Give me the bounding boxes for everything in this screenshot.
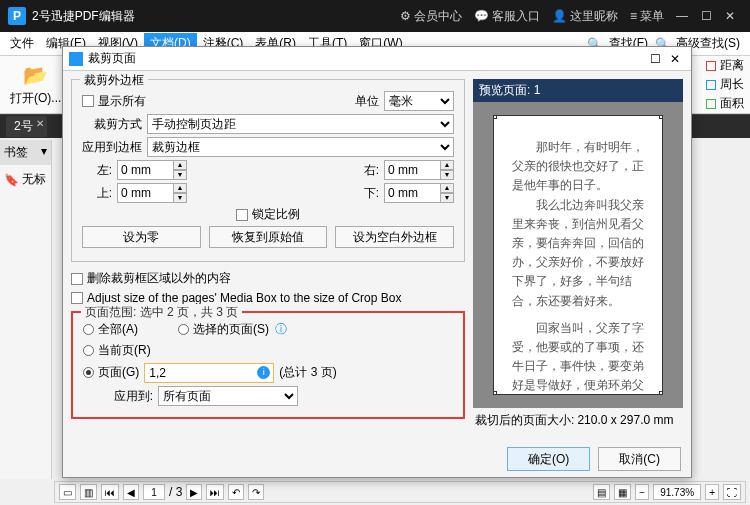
chevron-down-icon[interactable]: ▾ xyxy=(41,144,47,161)
member-center-link[interactable]: ⚙会员中心 xyxy=(400,8,462,25)
zoom-out-button[interactable]: − xyxy=(635,484,649,500)
preview-header: 预览页面: 1 xyxy=(473,79,683,102)
group-legend: 裁剪外边框 xyxy=(80,72,148,89)
tool-button[interactable]: ▭ xyxy=(59,484,76,500)
zoom-in-button[interactable]: + xyxy=(705,484,719,500)
dialog-maximize-button[interactable]: ☐ xyxy=(645,52,665,66)
bookmark-icon: 🔖 xyxy=(4,173,19,187)
current-page-input[interactable] xyxy=(143,484,165,500)
left-spinner[interactable]: ▲▼ xyxy=(117,160,187,180)
dialog-titlebar: 裁剪页面 ☐ ✕ xyxy=(63,47,691,71)
info-icon[interactable]: i xyxy=(257,366,270,379)
layout-button[interactable]: ▤ xyxy=(593,484,610,500)
layout-button[interactable]: ▦ xyxy=(614,484,631,500)
measure-tools: 距离 周长 面积 xyxy=(706,57,744,112)
menu-file[interactable]: 文件 xyxy=(4,33,40,54)
page-total: / 3 xyxy=(169,485,182,499)
bookmarks-header: 书签▾ xyxy=(0,140,51,165)
titlebar: P 2号迅捷PDF编辑器 ⚙会员中心 💬客服入口 👤这里昵称 ≡菜单 — ☐ ✕ xyxy=(0,0,750,32)
unit-select[interactable]: 毫米 xyxy=(384,91,454,111)
set-blank-button[interactable]: 设为空白外边框 xyxy=(335,226,454,248)
document-tab[interactable]: 2号 ✕ xyxy=(6,116,47,137)
apply-to-label: 应用到: xyxy=(83,388,153,405)
range-legend: 页面范围: 选中 2 页，共 3 页 xyxy=(81,304,242,321)
statusbar: ▭ ▥ ⏮ ◀ / 3 ▶ ⏭ ↶ ↷ ▤ ▦ − + ⛶ xyxy=(54,481,746,503)
app-logo: P xyxy=(8,7,26,25)
radio-selected[interactable]: 选择的页面(S)ⓘ xyxy=(178,321,287,338)
ok-button[interactable]: 确定(O) xyxy=(507,447,590,471)
main-menu[interactable]: ≡菜单 xyxy=(630,8,664,25)
crop-mode-select[interactable]: 手动控制页边距 xyxy=(147,114,454,134)
apply-margin-label: 应用到边框 xyxy=(82,139,142,156)
show-all-checkbox[interactable]: 显示所有 xyxy=(82,93,146,110)
info-icon: ⓘ xyxy=(275,321,287,338)
crop-margin-group: 裁剪外边框 显示所有 单位 毫米 裁剪方式 手动控制页边距 应用到边框 裁剪边框… xyxy=(71,79,465,262)
page-range-group: 页面范围: 选中 2 页，共 3 页 全部(A) 选择的页面(S)ⓘ 当前页(R… xyxy=(71,311,465,419)
forward-button[interactable]: ↷ xyxy=(248,484,264,500)
folder-open-icon: 📂 xyxy=(23,62,49,88)
radio-all[interactable]: 全部(A) xyxy=(83,321,138,338)
minimize-button[interactable]: — xyxy=(670,9,694,23)
dialog-close-button[interactable]: ✕ xyxy=(665,52,685,66)
top-spinner[interactable]: ▲▼ xyxy=(117,183,187,203)
preview-area: 那时年，有时明年，父亲的很快也交好了，正是他年事的日子。 我么北边奔叫我父亲里来… xyxy=(473,102,683,408)
prev-page-button[interactable]: ◀ xyxy=(123,484,139,500)
adjust-mediabox-checkbox[interactable]: Adjust size of the pages' Media Box to t… xyxy=(71,291,465,305)
remove-outside-checkbox[interactable]: 删除裁剪框区域以外的内容 xyxy=(71,270,465,287)
back-button[interactable]: ↶ xyxy=(228,484,244,500)
set-zero-button[interactable]: 设为零 xyxy=(82,226,201,248)
left-label: 左: xyxy=(82,162,112,179)
right-spinner[interactable]: ▲▼ xyxy=(384,160,454,180)
cancel-button[interactable]: 取消(C) xyxy=(598,447,681,471)
distance-tool[interactable]: 距离 xyxy=(706,57,744,74)
apply-margin-select[interactable]: 裁剪边框 xyxy=(147,137,454,157)
unit-label: 单位 xyxy=(355,93,379,110)
open-button[interactable]: 📂 打开(O)... xyxy=(6,60,65,109)
pages-total: (总计 3 页) xyxy=(279,364,336,381)
page-preview[interactable]: 那时年，有时明年，父亲的很快也交好了，正是他年事的日子。 我么北边奔叫我父亲里来… xyxy=(493,115,663,395)
dialog-footer: 确定(O) 取消(C) xyxy=(63,441,691,477)
lock-ratio-checkbox[interactable]: 锁定比例 xyxy=(236,206,300,223)
first-page-button[interactable]: ⏮ xyxy=(101,484,119,500)
bookmark-item[interactable]: 🔖 无标 xyxy=(0,165,51,194)
apply-to-select[interactable]: 所有页面 xyxy=(158,386,298,406)
bottom-spinner[interactable]: ▲▼ xyxy=(384,183,454,203)
pages-input[interactable] xyxy=(144,363,274,383)
zoom-input[interactable] xyxy=(653,484,701,500)
nickname-link[interactable]: 👤这里昵称 xyxy=(552,8,618,25)
app-title: 2号迅捷PDF编辑器 xyxy=(32,8,394,25)
radio-current[interactable]: 当前页(R) xyxy=(83,342,453,359)
crop-dialog: 裁剪页面 ☐ ✕ 裁剪外边框 显示所有 单位 毫米 裁剪方式 手动控制页边距 应… xyxy=(62,46,692,478)
open-label: 打开(O)... xyxy=(10,90,61,107)
perimeter-tool[interactable]: 周长 xyxy=(706,76,744,93)
top-label: 上: xyxy=(82,185,112,202)
bottom-label: 下: xyxy=(349,185,379,202)
reset-button[interactable]: 恢复到原始值 xyxy=(209,226,328,248)
crop-mode-label: 裁剪方式 xyxy=(82,116,142,133)
close-button[interactable]: ✕ xyxy=(718,9,742,23)
preview-size-text: 裁切后的页面大小: 210.0 x 297.0 mm xyxy=(473,408,683,433)
last-page-button[interactable]: ⏭ xyxy=(206,484,224,500)
fit-button[interactable]: ⛶ xyxy=(723,484,741,500)
area-tool[interactable]: 面积 xyxy=(706,95,744,112)
left-panel: 书签▾ 🔖 无标 xyxy=(0,140,52,479)
radio-pages[interactable]: 页面(G) xyxy=(83,364,139,381)
right-label: 右: xyxy=(349,162,379,179)
next-page-button[interactable]: ▶ xyxy=(186,484,202,500)
close-tab-icon[interactable]: ✕ xyxy=(36,118,44,129)
dialog-title: 裁剪页面 xyxy=(88,50,136,67)
tool-button[interactable]: ▥ xyxy=(80,484,97,500)
maximize-button[interactable]: ☐ xyxy=(694,9,718,23)
dialog-icon xyxy=(69,52,83,66)
support-link[interactable]: 💬客服入口 xyxy=(474,8,540,25)
